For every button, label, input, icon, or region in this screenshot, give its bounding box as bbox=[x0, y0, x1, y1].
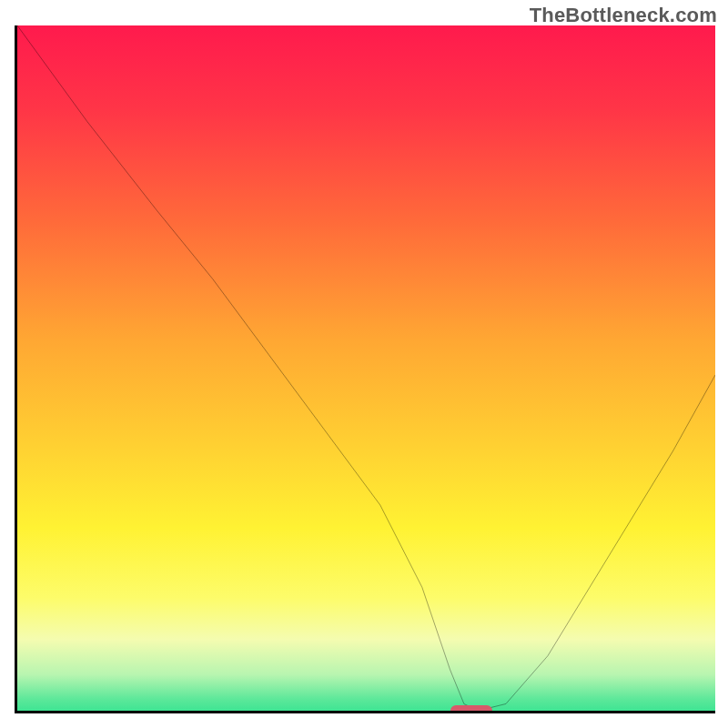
curve-layer bbox=[17, 25, 715, 711]
plot-area bbox=[15, 25, 715, 713]
watermark-text: TheBottleneck.com bbox=[530, 4, 717, 27]
bottleneck-curve bbox=[17, 25, 715, 711]
optimum-marker bbox=[450, 705, 492, 713]
chart-container: TheBottleneck.com bbox=[0, 0, 728, 728]
